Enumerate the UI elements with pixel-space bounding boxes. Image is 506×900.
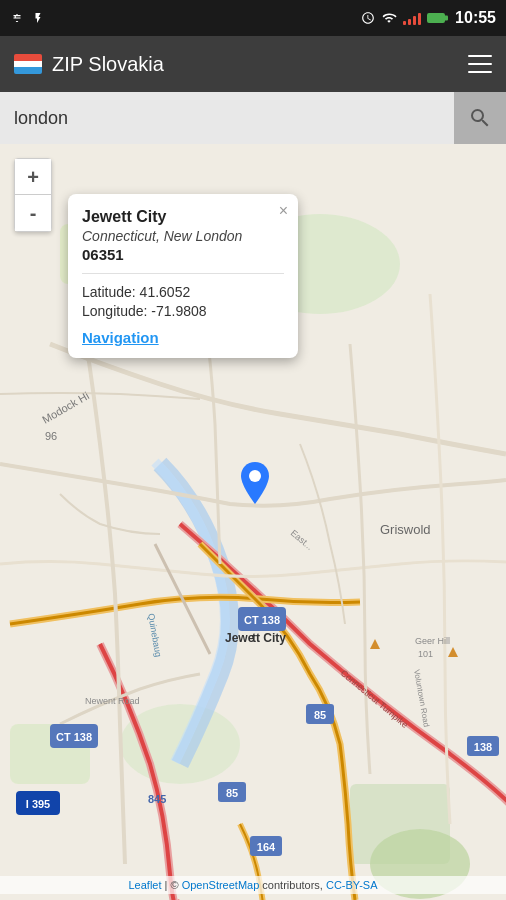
menu-line-1: [468, 55, 492, 57]
usb-icon: [10, 11, 24, 25]
menu-line-2: [468, 63, 492, 65]
svg-text:Newent Road: Newent Road: [85, 696, 140, 706]
latitude-label: Latitude:: [82, 284, 140, 300]
app-title: ZIP Slovakia: [52, 53, 164, 76]
svg-text:164: 164: [257, 841, 276, 853]
wifi-icon: [381, 11, 397, 25]
app-bar-left: ZIP Slovakia: [14, 53, 164, 76]
popup-longitude: Longitude: -71.9808: [82, 303, 284, 319]
popup-latitude: Latitude: 41.6052: [82, 284, 284, 300]
osm-link[interactable]: OpenStreetMap: [182, 879, 260, 891]
longitude-value: -71.9808: [151, 303, 206, 319]
popup-divider: [82, 273, 284, 274]
zoom-controls: + -: [14, 158, 52, 232]
map-pin: [240, 462, 270, 504]
svg-text:CT 138: CT 138: [56, 731, 92, 743]
contributors-text: contributors,: [262, 879, 326, 891]
svg-text:138: 138: [474, 741, 492, 753]
svg-text:Griswold: Griswold: [380, 522, 431, 537]
leaflet-link[interactable]: Leaflet: [128, 879, 161, 891]
status-right-area: 10:55: [361, 9, 496, 27]
pin-icon: [240, 462, 270, 504]
svg-text:101: 101: [418, 649, 433, 659]
charging-icon: [32, 11, 44, 25]
time-display: 10:55: [455, 9, 496, 27]
search-button[interactable]: [454, 92, 506, 144]
svg-text:845: 845: [148, 793, 166, 805]
popup-region: Connecticut, New London: [82, 228, 284, 244]
svg-text:tt City: tt City: [252, 631, 286, 645]
zoom-in-button[interactable]: +: [15, 159, 51, 195]
svg-text:85: 85: [226, 787, 238, 799]
svg-text:96: 96: [45, 430, 57, 442]
menu-button[interactable]: [468, 55, 492, 73]
signal-icon: [403, 11, 421, 25]
app-bar: ZIP Slovakia: [0, 36, 506, 92]
svg-text:Geer Hill: Geer Hill: [415, 636, 450, 646]
location-popup: × Jewett City Connecticut, New London 06…: [68, 194, 298, 358]
zoom-out-button[interactable]: -: [15, 195, 51, 231]
alarm-icon: [361, 11, 375, 25]
battery-icon: [427, 13, 445, 23]
map-attribution: Leaflet | © OpenStreetMap contributors, …: [0, 876, 506, 894]
longitude-label: Longitude:: [82, 303, 151, 319]
search-icon: [468, 106, 492, 130]
map-container[interactable]: Modock Hi 96 Griswold Geer Hill 101 Volu…: [0, 144, 506, 900]
svg-text:I 395: I 395: [26, 798, 50, 810]
svg-text:CT 138: CT 138: [244, 614, 280, 626]
license-link[interactable]: CC-BY-SA: [326, 879, 378, 891]
popup-city: Jewett City: [82, 208, 284, 226]
attribution-separator: | ©: [165, 879, 182, 891]
latitude-value: 41.6052: [140, 284, 191, 300]
status-left-icons: [10, 11, 44, 25]
popup-close-button[interactable]: ×: [279, 202, 288, 220]
svg-text:85: 85: [314, 709, 326, 721]
svg-text:Jewe: Jewe: [225, 631, 255, 645]
app-logo: [14, 54, 42, 74]
navigation-button[interactable]: Navigation: [82, 329, 159, 346]
search-bar: [0, 92, 506, 144]
popup-zip: 06351: [82, 246, 284, 263]
search-input[interactable]: [14, 92, 454, 144]
status-bar: 10:55: [0, 0, 506, 36]
svg-point-36: [249, 470, 261, 482]
menu-line-3: [468, 71, 492, 73]
